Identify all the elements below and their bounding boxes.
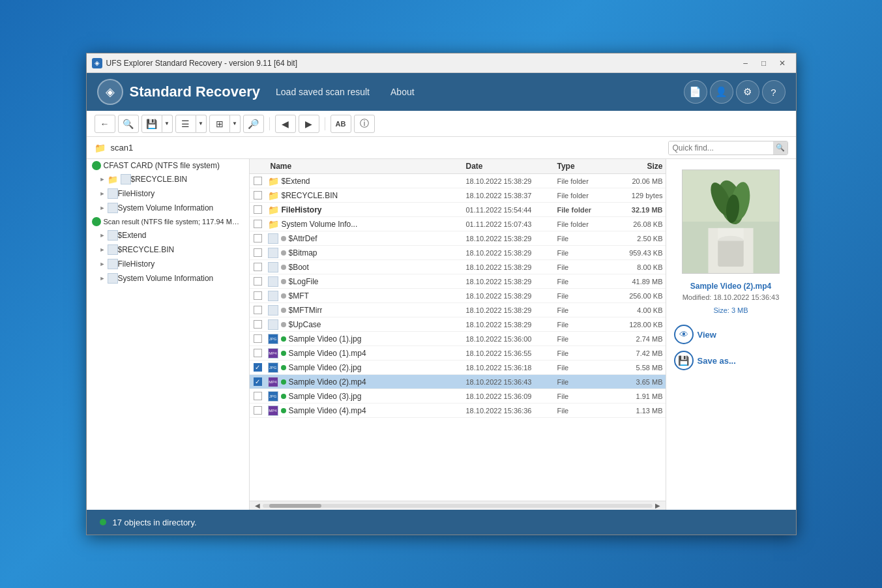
scroll-left-arrow[interactable]: ◀ [252, 502, 263, 509]
save-button[interactable]: 💾 [141, 115, 162, 133]
checkbox-11[interactable] [254, 334, 262, 343]
header-name[interactable]: Name [268, 162, 463, 171]
row-check-15[interactable] [250, 392, 268, 400]
row-size-10: 128.00 KB [613, 321, 666, 329]
checkbox-12[interactable] [254, 349, 262, 357]
info-button[interactable]: ⓘ [354, 115, 375, 133]
table-row[interactable]: MP4 Sample Video (4).mp4 18.10.2022 15:3… [250, 404, 666, 418]
table-row[interactable]: $UpCase 18.10.2022 15:38:29 File 128.00 … [250, 317, 666, 332]
table-row[interactable]: MP4 Sample Video (1).mp4 18.10.2022 15:3… [250, 346, 666, 360]
row-check-4[interactable] [250, 234, 268, 243]
about-menu-item[interactable]: About [390, 87, 415, 97]
row-check-16[interactable] [250, 406, 268, 415]
tree-item-sysvolinfo-2[interactable]: ► System Volume Information [87, 271, 249, 286]
header-size[interactable]: Size [613, 162, 666, 171]
checkbox-16[interactable] [254, 406, 262, 415]
filename-3: System Volume Info... [282, 220, 358, 229]
checkbox-1[interactable] [254, 191, 262, 199]
checkbox-5[interactable] [254, 248, 262, 257]
tree-item-filehistory-1[interactable]: ► FileHistory [87, 186, 249, 201]
row-check-12[interactable] [250, 349, 268, 357]
ab-button[interactable]: AB [331, 115, 351, 133]
maximize-button[interactable]: □ [756, 57, 772, 70]
table-row[interactable]: JPG Sample Video (1).jpg 18.10.2022 15:3… [250, 332, 666, 346]
status-dot-14 [281, 379, 286, 385]
row-check-10[interactable] [250, 320, 268, 329]
row-check-0[interactable] [250, 177, 268, 185]
row-check-11[interactable] [250, 334, 268, 343]
save-dropdown[interactable]: ▼ [162, 115, 173, 133]
settings-icon-button[interactable]: ⚙ [736, 80, 759, 104]
tree-item-recycle-bin-1[interactable]: ► 📁 $RECYCLE.BIN [87, 172, 249, 186]
tree-item-sysvolinfo-1[interactable]: ► System Volume Information [87, 201, 249, 215]
checkbox-7[interactable] [254, 277, 262, 286]
table-row[interactable]: 📁 FileHistory 01.11.2022 15:54:44 File f… [250, 203, 666, 217]
save-as-action-button[interactable]: 💾 Save as... [674, 351, 788, 370]
next-button[interactable]: ▶ [299, 115, 319, 133]
row-check-13[interactable]: ✓ [250, 363, 268, 372]
scroll-track[interactable] [263, 504, 653, 508]
row-check-8[interactable] [250, 291, 268, 300]
row-check-14[interactable]: ✓ [250, 377, 268, 386]
search-input[interactable] [669, 141, 773, 154]
row-check-2[interactable] [250, 205, 268, 214]
load-saved-scan-menu-item[interactable]: Load saved scan result [276, 87, 370, 97]
header-type[interactable]: Type [555, 162, 613, 171]
table-row[interactable]: $AttrDef 18.10.2022 15:38:29 File 2.50 K… [250, 231, 666, 246]
search-submit-button[interactable]: 🔍 [773, 141, 787, 155]
table-row[interactable]: $Bitmap 18.10.2022 15:38:29 File 959.43 … [250, 246, 666, 260]
binoculars-button[interactable]: 🔎 [243, 115, 264, 133]
list-view-button[interactable]: ☰ [175, 115, 196, 133]
checkbox-9[interactable] [254, 306, 262, 314]
table-row[interactable]: ✓ JPG Sample Video (2).jpg 18.10.2022 15… [250, 360, 666, 375]
header-date[interactable]: Date [463, 162, 555, 171]
tree-item-filehistory-2[interactable]: ► FileHistory [87, 257, 249, 271]
view-action-button[interactable]: 👁 View [674, 325, 788, 344]
tree-item-cfast[interactable]: CFAST CARD (NTFS file system) [87, 159, 249, 172]
checkbox-4[interactable] [254, 234, 262, 243]
minimize-button[interactable]: – [737, 57, 754, 70]
user-icon-button[interactable]: 👤 [710, 80, 733, 104]
tree-recycle-bin-1-label: $RECYCLE.BIN [131, 175, 188, 184]
table-row[interactable]: $Boot 18.10.2022 15:38:29 File 8.00 KB [250, 260, 666, 274]
checkbox-10[interactable] [254, 320, 262, 329]
table-row[interactable]: $MFTMirr 18.10.2022 15:38:29 File 4.00 K… [250, 303, 666, 317]
checkbox-15[interactable] [254, 392, 262, 400]
table-row[interactable]: 📁 $Extend 18.10.2022 15:38:29 File folde… [250, 174, 666, 188]
row-type-6: File [555, 263, 613, 271]
list-view-dropdown[interactable]: ▼ [196, 115, 207, 133]
row-check-9[interactable] [250, 306, 268, 314]
checkbox-3[interactable] [254, 220, 262, 228]
checkbox-13[interactable]: ✓ [254, 363, 262, 372]
prev-button[interactable]: ◀ [275, 115, 296, 133]
table-row-selected[interactable]: ✓ MP4 Sample Video (2).mp4 18.10.2022 15… [250, 375, 666, 389]
file-icon-history-2 [108, 259, 118, 269]
back-button[interactable]: ← [95, 115, 115, 133]
table-row[interactable]: 📁 $RECYCLE.BIN 18.10.2022 15:38:37 File … [250, 188, 666, 203]
scroll-right-arrow[interactable]: ▶ [653, 502, 663, 509]
checkbox-2[interactable] [254, 205, 262, 214]
row-check-6[interactable] [250, 263, 268, 271]
tree-item-recycle-bin-2[interactable]: ► $RECYCLE.BIN [87, 243, 249, 257]
search-button[interactable]: 🔍 [118, 115, 139, 133]
grid-view-button[interactable]: ⊞ [209, 115, 230, 133]
scroll-thumb[interactable] [269, 504, 321, 508]
row-check-3[interactable] [250, 220, 268, 228]
document-icon-button[interactable]: 📄 [684, 80, 707, 104]
checkbox-6[interactable] [254, 263, 262, 271]
grid-view-dropdown[interactable]: ▼ [230, 115, 241, 133]
checkbox-8[interactable] [254, 291, 262, 300]
table-row[interactable]: JPG Sample Video (3).jpg 18.10.2022 15:3… [250, 389, 666, 404]
row-check-7[interactable] [250, 277, 268, 286]
row-check-1[interactable] [250, 191, 268, 199]
table-row[interactable]: $LogFile 18.10.2022 15:38:29 File 41.89 … [250, 274, 666, 289]
checkbox-0[interactable] [254, 177, 262, 185]
table-row[interactable]: 📁 System Volume Info... 01.11.2022 15:07… [250, 217, 666, 231]
table-row[interactable]: $MFT 18.10.2022 15:38:29 File 256.00 KB [250, 289, 666, 303]
row-check-5[interactable] [250, 248, 268, 257]
tree-item-scan-result[interactable]: Scan result (NTFS file system; 117.94 MB… [87, 215, 249, 228]
help-icon-button[interactable]: ? [762, 80, 786, 104]
close-button[interactable]: ✕ [774, 57, 791, 70]
checkbox-14[interactable]: ✓ [254, 377, 262, 386]
tree-item-extend[interactable]: ► $Extend [87, 228, 249, 243]
